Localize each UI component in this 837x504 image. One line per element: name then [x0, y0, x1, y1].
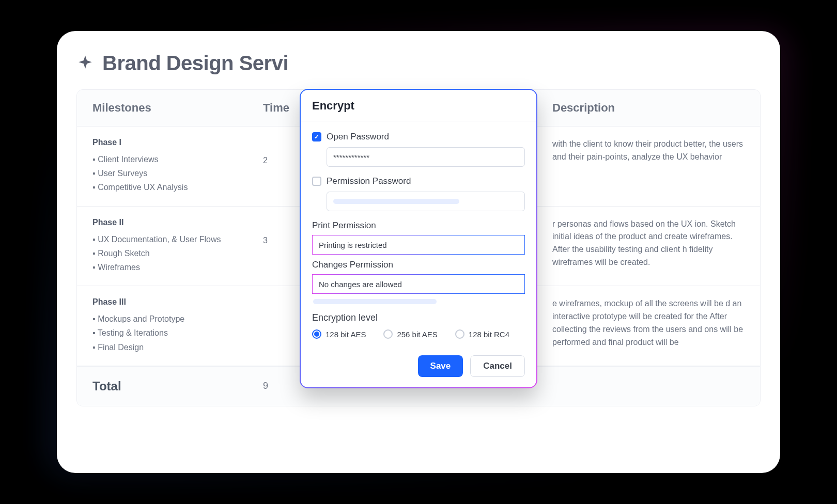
changes-permission-label: Changes Permission [312, 260, 525, 270]
list-item: Rough Sketch [92, 246, 263, 260]
radio-label: 128 bit RC4 [469, 330, 509, 339]
changes-permission-select[interactable]: No changes are allowed [312, 274, 525, 294]
permission-password-label: Permission Password [327, 176, 411, 186]
list-item: User Surveys [92, 166, 263, 180]
encrypt-modal: Encrypt Open Password Permission Passwor… [300, 89, 537, 388]
modal-footer: Save Cancel [301, 347, 536, 387]
phase-items: Client Interviews User Surveys Competiti… [92, 152, 263, 195]
radio-label: 256 bit AES [397, 330, 437, 339]
total-label: Total [92, 379, 263, 393]
modal-title: Encrypt [312, 99, 525, 113]
list-item: UX Documentation, & User Flows [92, 232, 263, 246]
open-password-label: Open Password [327, 132, 389, 142]
modal-header: Encrypt [301, 90, 536, 121]
placeholder-bar [313, 299, 437, 304]
open-password-row: Open Password [312, 132, 525, 142]
save-button[interactable]: Save [418, 355, 463, 377]
modal-body: Open Password Permission Password Print … [301, 121, 536, 347]
sparkle-icon [76, 55, 94, 72]
list-item: Client Interviews [92, 152, 263, 166]
print-permission-select[interactable]: Printing is restricted [312, 235, 525, 255]
encryption-option-128-rc4[interactable]: 128 bit RC4 [455, 329, 509, 339]
phase-items: Mockups and Prototype Testing & Iteratio… [92, 312, 263, 354]
list-item: Competitive UX Analysis [92, 180, 263, 194]
page-title: Brand Design Servi [102, 52, 288, 75]
open-password-checkbox[interactable] [312, 132, 321, 141]
list-item: Wireframes [92, 260, 263, 274]
document-card: Brand Design Servi Milestones Time Descr… [57, 31, 780, 473]
phase-label: Phase I [92, 138, 263, 147]
radio-label: 128 bit AES [326, 330, 366, 339]
radio-icon [312, 329, 321, 339]
permission-password-row: Permission Password [312, 176, 525, 186]
phase-label: Phase II [92, 218, 263, 227]
page-title-row: Brand Design Servi [76, 52, 761, 75]
permission-password-input[interactable] [327, 192, 525, 211]
th-milestones: Milestones [92, 101, 263, 115]
changes-permission-value: No changes are allowed [319, 280, 402, 289]
description-cell: r personas and flows based on the UX ion… [511, 218, 745, 269]
phase-items: UX Documentation, & User Flows Rough Ske… [92, 232, 263, 275]
list-item: Final Design [92, 340, 263, 354]
encryption-level-radios: 128 bit AES 256 bit AES 128 bit RC4 [312, 329, 525, 339]
list-item: Mockups and Prototype [92, 312, 263, 326]
print-permission-label: Print Permission [312, 220, 525, 231]
description-cell: with the client to know their product be… [511, 138, 745, 164]
permission-password-checkbox[interactable] [312, 177, 321, 186]
open-password-input[interactable] [327, 147, 525, 167]
list-item: Testing & Iterations [92, 326, 263, 340]
radio-icon [455, 329, 464, 339]
radio-icon [383, 329, 393, 339]
cancel-button[interactable]: Cancel [470, 355, 525, 377]
encryption-option-256-aes[interactable]: 256 bit AES [383, 329, 437, 339]
print-permission-value: Printing is restricted [319, 241, 387, 249]
encryption-option-128-aes[interactable]: 128 bit AES [312, 329, 366, 339]
th-description: Description [511, 101, 745, 115]
encryption-level-label: Encryption level [312, 312, 525, 323]
phase-label: Phase III [92, 297, 263, 307]
description-cell: e wireframes, mockup of all the screens … [511, 297, 745, 349]
